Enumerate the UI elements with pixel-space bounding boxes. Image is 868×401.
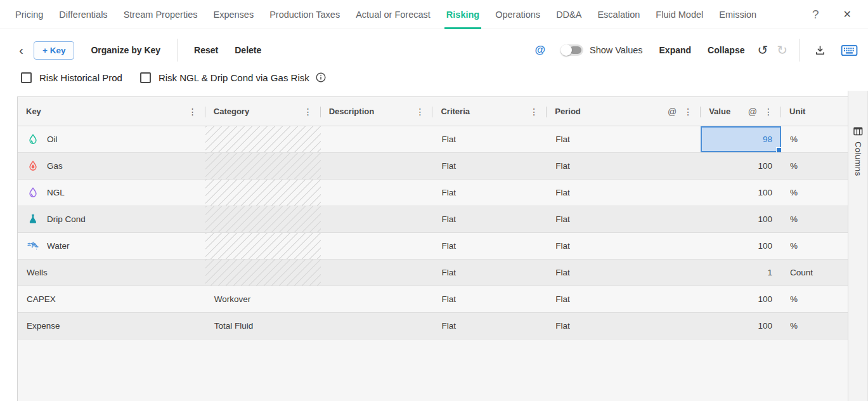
period-cell[interactable]: Flat — [547, 260, 701, 286]
columns-panel-tab[interactable]: Columns — [848, 91, 868, 401]
key-cell[interactable]: Expense — [18, 313, 205, 339]
unit-cell[interactable]: Count — [781, 260, 848, 286]
organize-by-key-button[interactable]: Organize by Key — [91, 45, 160, 55]
key-cell[interactable]: NGL — [18, 180, 205, 206]
undo-icon[interactable]: ↺ — [757, 43, 768, 58]
unit-cell[interactable]: % — [781, 153, 848, 179]
unit-cell[interactable]: % — [781, 126, 848, 152]
criteria-cell[interactable]: Flat — [432, 126, 547, 152]
description-cell[interactable] — [321, 153, 433, 179]
period-cell[interactable]: Flat — [547, 153, 701, 179]
criteria-cell[interactable]: Flat — [432, 313, 547, 339]
key-cell[interactable]: Gas — [18, 153, 205, 179]
period-cell[interactable]: Flat — [547, 233, 701, 259]
back-chevron-icon[interactable]: ‹ — [19, 44, 23, 56]
description-cell[interactable] — [321, 233, 433, 259]
key-cell[interactable]: Drip Cond — [18, 206, 205, 232]
criteria-cell[interactable]: Flat — [432, 153, 547, 179]
key-cell[interactable]: CAPEX — [18, 286, 205, 312]
value-cell[interactable]: 100 — [701, 233, 781, 259]
column-header-key[interactable]: Key ⋮ — [18, 97, 205, 126]
reset-button[interactable]: Reset — [194, 45, 218, 55]
at-mention-icon[interactable]: @ — [534, 44, 545, 56]
tab-actual-or-forecast[interactable]: Actual or Forecast — [356, 0, 431, 29]
risk-historical-prod-checkbox[interactable] — [21, 72, 32, 83]
criteria-cell[interactable]: Flat — [432, 233, 547, 259]
column-menu-icon[interactable]: ⋮ — [415, 107, 424, 117]
column-menu-icon[interactable]: ⋮ — [304, 107, 313, 117]
add-key-button[interactable]: + Key — [34, 41, 74, 60]
collapse-button[interactable]: Collapse — [708, 45, 744, 55]
period-cell[interactable]: Flat — [547, 286, 701, 312]
tab-dda[interactable]: DD&A — [556, 0, 581, 29]
description-cell[interactable] — [321, 313, 433, 339]
value-cell[interactable]: 100 — [701, 206, 781, 232]
tab-escalation[interactable]: Escalation — [597, 0, 640, 29]
description-cell[interactable] — [321, 260, 433, 286]
tab-pricing[interactable]: Pricing — [15, 0, 43, 29]
at-mention-icon[interactable]: @ — [748, 107, 757, 117]
unit-cell[interactable]: % — [781, 206, 848, 232]
download-icon[interactable] — [813, 44, 827, 57]
risk-ngl-checkbox-group[interactable]: Risk NGL & Drip Cond via Gas Risk — [140, 72, 309, 83]
description-cell[interactable] — [321, 206, 433, 232]
column-header-value[interactable]: Value @ ⋮ — [701, 97, 781, 126]
show-values-toggle[interactable] — [560, 44, 583, 56]
period-cell[interactable]: Flat — [547, 126, 701, 152]
tab-risking[interactable]: Risking — [446, 0, 479, 29]
tab-differentials[interactable]: Differentials — [59, 0, 107, 29]
risk-ngl-checkbox[interactable] — [140, 72, 151, 83]
risk-historical-prod-checkbox-group[interactable]: Risk Historical Prod — [21, 72, 122, 83]
unit-cell[interactable]: % — [781, 180, 848, 206]
redo-icon[interactable]: ↻ — [777, 43, 787, 58]
tab-stream-properties[interactable]: Stream Properties — [124, 0, 198, 29]
column-header-category[interactable]: Category ⋮ — [205, 97, 321, 126]
description-cell[interactable] — [321, 286, 433, 312]
category-cell[interactable]: Workover — [205, 286, 321, 312]
value-cell[interactable]: 100 — [701, 180, 781, 206]
description-cell[interactable] — [321, 126, 433, 152]
period-cell[interactable]: Flat — [547, 313, 701, 339]
category-cell[interactable]: Total Fluid — [205, 313, 321, 339]
value-cell[interactable]: 1 — [701, 260, 781, 286]
fill-handle[interactable] — [776, 147, 781, 152]
tab-emission[interactable]: Emission — [719, 0, 756, 29]
tab-operations[interactable]: Operations — [495, 0, 540, 29]
value-cell[interactable]: 100 — [701, 153, 781, 179]
key-cell[interactable]: Wells — [18, 260, 205, 286]
value-cell[interactable]: 100 — [701, 286, 781, 312]
key-cell[interactable]: Water — [18, 233, 205, 259]
column-header-period[interactable]: Period @ ⋮ — [547, 97, 701, 126]
period-cell[interactable]: Flat — [547, 206, 701, 232]
criteria-cell[interactable]: Flat — [432, 180, 547, 206]
column-header-criteria[interactable]: Criteria ⋮ — [432, 97, 547, 126]
criteria-cell[interactable]: Flat — [432, 286, 547, 312]
column-menu-icon[interactable]: ⋮ — [764, 107, 773, 117]
criteria-cell[interactable]: Flat — [432, 206, 547, 232]
column-header-description[interactable]: Description ⋮ — [321, 97, 433, 126]
key-cell[interactable]: Oil — [18, 126, 205, 152]
unit-cell[interactable]: % — [781, 286, 848, 312]
tab-fluid-model[interactable]: Fluid Model — [656, 0, 703, 29]
help-icon[interactable]: ? — [812, 8, 819, 22]
tab-expenses[interactable]: Expenses — [213, 0, 254, 29]
tab-production-taxes[interactable]: Production Taxes — [269, 0, 340, 29]
info-icon[interactable] — [315, 72, 327, 83]
value-cell[interactable]: 100 — [701, 313, 781, 339]
unit-cell[interactable]: % — [781, 313, 848, 339]
column-menu-icon[interactable]: ⋮ — [529, 107, 538, 117]
column-menu-icon[interactable]: ⋮ — [188, 107, 197, 117]
risk-historical-prod-label: Risk Historical Prod — [39, 72, 122, 83]
period-cell[interactable]: Flat — [547, 180, 701, 206]
unit-cell[interactable]: % — [781, 233, 848, 259]
at-mention-icon[interactable]: @ — [668, 107, 677, 117]
keyboard-icon[interactable] — [841, 44, 858, 57]
column-header-unit[interactable]: Unit — [781, 97, 848, 126]
value-cell-selected[interactable]: 98 — [701, 126, 781, 152]
description-cell[interactable] — [321, 180, 433, 206]
delete-button[interactable]: Delete — [235, 45, 261, 55]
criteria-cell[interactable]: Flat — [432, 260, 547, 286]
expand-button[interactable]: Expand — [659, 45, 692, 55]
close-icon[interactable]: ✕ — [843, 8, 852, 20]
column-menu-icon[interactable]: ⋮ — [683, 107, 692, 117]
